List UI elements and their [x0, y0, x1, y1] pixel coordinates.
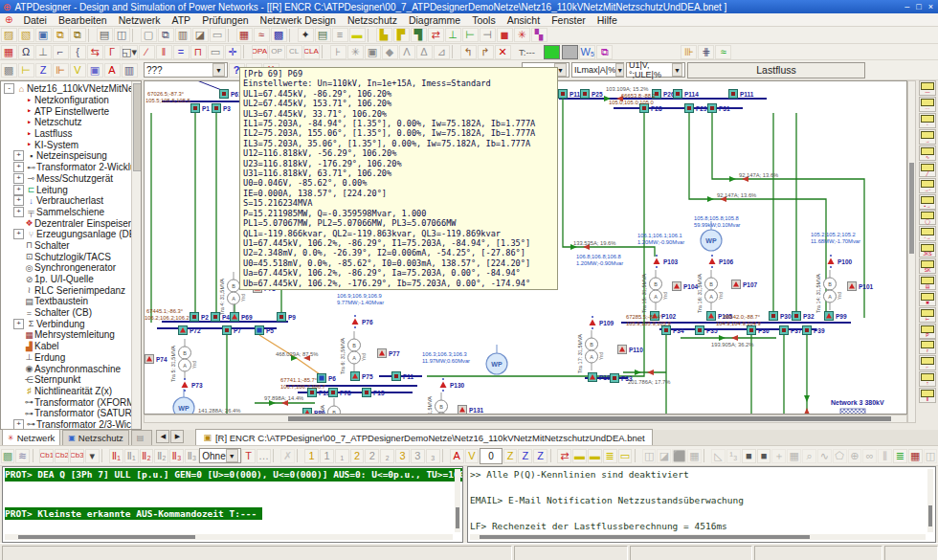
flag-icon[interactable]: ⊦ [330, 45, 346, 59]
bus-node-p11[interactable]: P11 [392, 372, 414, 381]
pattern-icon[interactable]: ▩ [1, 63, 17, 78]
curve-small-icon[interactable]: ∿ [817, 449, 832, 463]
message-console[interactable]: >> Alle P(Q)-Kennlinien sind deaktiviert… [467, 466, 936, 543]
lastfluss-button[interactable]: Lastfluss [687, 62, 865, 78]
palette-icon-9[interactable]: ◯ [919, 210, 936, 225]
result-combo-voltage[interactable]: U1|V,°;ULE|%▼ [626, 62, 685, 78]
bus-node-p6[interactable]: P6 [318, 374, 337, 383]
delete-marked-icon[interactable]: ▚ [531, 28, 547, 42]
bus-node-p37[interactable]: P37 [780, 326, 802, 335]
copy-icon[interactable]: ⧉ [158, 28, 174, 42]
palette-icon-2[interactable]: ⋯ [919, 97, 936, 112]
tree-expander-icon[interactable]: + [13, 195, 24, 206]
tree-item-erdung[interactable]: ⊥Erdung [1, 352, 141, 364]
z-blue-1-icon[interactable]: Z [518, 449, 532, 463]
coil-icon[interactable]: Ω [18, 45, 34, 59]
result-combo-current[interactable]: ILmax|A|%▼ [571, 62, 624, 78]
t-red-icon[interactable]: T [241, 449, 256, 463]
op-icon[interactable]: OP [269, 45, 285, 59]
bus-node-p69[interactable]: P69 [231, 313, 253, 322]
ground-icon[interactable]: ⊥ [35, 45, 52, 59]
wind-park-symbol[interactable]: WP [486, 345, 507, 374]
disconnect-icon[interactable]: ✳ [514, 28, 530, 42]
branch-icon[interactable]: ⊣ [480, 28, 496, 42]
reverse-arrows-icon[interactable]: ⇄ [428, 28, 444, 42]
x-gray-icon[interactable]: ✗ [280, 449, 295, 463]
delete-icon[interactable]: ✕ [495, 45, 511, 59]
trafo-2-gray-icon[interactable]: Ⅱ₂ [154, 449, 168, 463]
bus-node-p39[interactable]: P39 [803, 326, 825, 335]
bus-node-p36[interactable]: P36 [748, 326, 770, 335]
tree-item-mehrsystemleitung[interactable]: ▦Mehrsystemleitung [1, 329, 141, 341]
tree-item-rlc-serienimpedanz[interactable]: ≀RLC Serienimpedanz [1, 284, 141, 296]
flag-2-icon[interactable]: ⊩ [53, 63, 69, 78]
tab-netzschutz[interactable]: ▣ Netzschutz [62, 430, 129, 445]
tree-expander-icon[interactable]: + [13, 319, 24, 329]
bus-node-p131[interactable]: P131 [458, 406, 484, 414]
transformer-symbol[interactable]: BATra 14: 31,5MVAYnd [815, 270, 842, 313]
bend-mid-icon[interactable]: ▛ [393, 28, 410, 42]
bus-node-p103[interactable]: P103 [654, 255, 679, 268]
bus-node-p32[interactable]: P32 [793, 312, 815, 321]
bus-node-p77[interactable]: P77 [378, 349, 400, 358]
chart-red-icon[interactable]: ▦ [908, 449, 923, 463]
bus-node-p29[interactable]: P29 [685, 104, 707, 113]
palette-icon-12[interactable]: SK [919, 258, 936, 274]
a-red-box-icon[interactable]: A [450, 449, 464, 463]
level-3a-icon[interactable]: 3 [395, 449, 410, 463]
chart-window-icon[interactable]: ▦ [236, 28, 253, 42]
tree-expander-icon[interactable]: + [13, 185, 24, 195]
z-blue-2-icon[interactable]: Z [533, 449, 547, 463]
tree-item-transformator-xformei[interactable]: ⊶Transformator (XFORMEI [1, 396, 141, 408]
close-button[interactable]: × [928, 2, 933, 11]
black-1-icon[interactable]: ■ [742, 449, 756, 463]
v-check-icon[interactable]: V [70, 63, 86, 78]
tree-expander-icon[interactable]: + [13, 229, 24, 239]
menu-netzschutz[interactable]: Netzschutz [342, 14, 403, 26]
bus-node-p15[interactable]: P15 [363, 389, 385, 397]
step-icon[interactable]: Γ [104, 45, 121, 59]
opa-icon[interactable]: OPA [252, 45, 268, 59]
bus-node-p7[interactable]: P7 [223, 326, 242, 335]
bus-node-p111[interactable]: P111 [729, 90, 754, 99]
menu-atp[interactable]: ATP [166, 14, 196, 26]
connect-node-icon[interactable]: ◼ [497, 28, 513, 42]
tree-expander-icon[interactable]: + [13, 173, 24, 184]
comment-2-icon[interactable]: ▬ [588, 449, 602, 463]
level-3c-icon[interactable]: ₃ [426, 449, 440, 463]
tab-netzwerk[interactable]: ✳ Netzwerk [2, 429, 60, 445]
palette-icon-14[interactable]: ✖ [919, 291, 936, 306]
tree-item-sternpunkt[interactable]: ⋲Sternpunkt [1, 374, 141, 386]
swap-red-icon[interactable]: ⇄ [557, 449, 571, 463]
cb2-icon[interactable]: Cb2 [55, 449, 69, 463]
bus-node-p106[interactable]: P106 [709, 255, 734, 268]
palette-icon-3[interactable]: ◦ [919, 113, 936, 128]
comment-icon[interactable]: ▬ [349, 28, 366, 42]
transformer-symbol[interactable]: BATra 15: 31,5MVAYnd [641, 270, 668, 313]
bus-node-p2[interactable]: P2 [190, 313, 210, 322]
waveform-icon[interactable]: ≋ [15, 449, 30, 463]
ws-icon[interactable]: W₅ [579, 45, 595, 59]
save-all-icon[interactable]: ⧉ [70, 28, 86, 42]
transformer-symbol[interactable]: BATra 17: 31,5MVAYnd [577, 330, 604, 373]
tree-item-ki-system[interactable]: ‣KI-System [1, 139, 141, 150]
element-search-combo[interactable]: ???▼ [144, 62, 228, 78]
print-icon[interactable]: ▤ [97, 28, 113, 42]
plus-icon[interactable]: ＋ [771, 449, 786, 463]
trafo-2-red-icon[interactable]: Ⅱ₂ [140, 449, 154, 463]
paste-icon[interactable]: ▥ [175, 28, 191, 42]
loop-icon[interactable]: ⌐ [53, 45, 69, 59]
pattern-select-icon[interactable]: ▩ [1, 449, 15, 463]
bus-node-p5[interactable]: P5 [256, 326, 275, 335]
bus-node-p74[interactable]: P74 [145, 355, 168, 364]
menu-ansicht[interactable]: Ansicht [502, 14, 546, 26]
probe-u-icon[interactable]: ⊪ [681, 45, 697, 59]
bus-node-p114[interactable]: P114 [674, 90, 700, 99]
save-small-icon[interactable]: ▣ [87, 63, 103, 78]
bus-node-p73[interactable]: P73 [182, 378, 203, 392]
tree-item-kabel[interactable]: ▟Kabel [1, 341, 141, 352]
tree-item-schalter-cb[interactable]: =Schalter (CB) [1, 307, 141, 319]
busbar-icon[interactable]: ▦ [1, 45, 17, 59]
properties-icon[interactable]: ▤ [315, 28, 331, 42]
cl-icon[interactable]: CL [286, 45, 302, 59]
